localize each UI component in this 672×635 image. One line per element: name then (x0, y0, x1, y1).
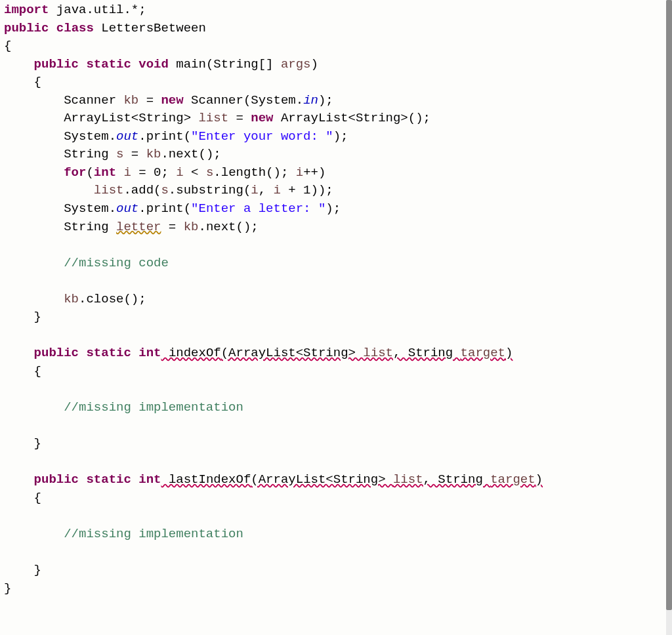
line-comment-missing-code: //missing code (4, 256, 169, 270)
line-brace-open: { (4, 364, 41, 379)
line-brace-close: } (4, 310, 41, 324)
line-list-add: list.add(s.substring(i, i + 1)); (4, 183, 333, 197)
line-lastindexof-sig: public static int lastIndexOf(ArrayList<… (4, 472, 543, 487)
line-kb-close: kb.close(); (4, 292, 146, 306)
line-main-sig: public static void main(String[] args) (4, 57, 318, 72)
scrollbar-thumb[interactable] (666, 0, 672, 599)
line-print-letter: System.out.print("Enter a letter: "); (4, 201, 341, 216)
line-class-decl: public class LettersBetween (4, 21, 206, 35)
line-brace-open: { (4, 39, 11, 53)
line-for-loop: for(int i = 0; i < s.length(); i++) (4, 165, 326, 180)
line-brace-close: } (4, 563, 41, 577)
line-comment-missing-impl: //missing implementation (4, 527, 243, 541)
line-string-letter: String letter = kb.next(); (4, 220, 259, 234)
vertical-scrollbar[interactable] (666, 0, 672, 599)
line-comment-missing-impl: //missing implementation (4, 400, 243, 415)
line-brace-open: { (4, 75, 41, 89)
line-indexof-sig: public static int indexOf(ArrayList<Stri… (4, 346, 513, 360)
line-brace-close: } (4, 581, 11, 596)
line-brace-close: } (4, 436, 41, 451)
line-scanner-decl: Scanner kb = new Scanner(System.in); (4, 93, 333, 108)
line-print-word: System.out.print("Enter your word: "); (4, 129, 348, 144)
line-brace-open: { (4, 491, 41, 505)
line-arraylist-decl: ArrayList<String> list = new ArrayList<S… (4, 111, 430, 125)
line-import: import java.util.*; (4, 3, 146, 17)
line-string-s: String s = kb.next(); (4, 147, 221, 161)
code-block: import java.util.*; public class Letters… (4, 1, 668, 598)
